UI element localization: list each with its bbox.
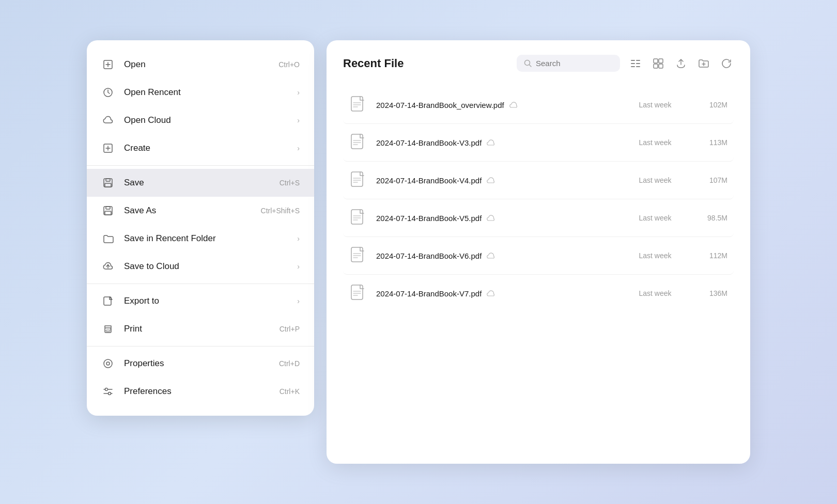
menu-item-export-to[interactable]: Export to› [87, 287, 314, 315]
file-name-group: 2024-07-14-BrandBook-V5.pdf [376, 214, 624, 223]
menu-label-export-to: Export to [124, 296, 293, 306]
menu-label-save-as: Save As [124, 206, 261, 216]
svg-rect-36 [659, 64, 663, 68]
menu-shortcut-open: Ctrl+O [278, 60, 300, 69]
svg-rect-34 [659, 59, 663, 63]
search-input[interactable] [536, 59, 608, 68]
menu-icon-save-recent-folder [101, 232, 115, 245]
menu-arrow-create: › [297, 144, 300, 152]
menu-icon-save [101, 176, 115, 190]
upload-icon[interactable] [674, 56, 688, 71]
menu-item-preferences[interactable]: PreferencesCtrl+K [87, 377, 314, 405]
menu-label-create: Create [124, 143, 293, 153]
file-name-group: 2024-07-14-BrandBook-V6.pdf [376, 251, 624, 260]
svg-rect-30 [636, 63, 640, 64]
svg-rect-35 [654, 64, 658, 68]
menu-label-save-recent-folder: Save in Rencent Folder [124, 233, 293, 244]
menu-item-open-cloud[interactable]: Open Cloud› [87, 106, 314, 134]
file-size: 136M [686, 289, 727, 297]
svg-rect-33 [654, 59, 658, 63]
table-row[interactable]: 2024-07-14-BrandBook-V5.pdfLast week98.5… [343, 199, 734, 237]
file-date: Last week [624, 214, 686, 222]
file-date: Last week [624, 138, 686, 147]
file-doc-icon [349, 209, 368, 227]
menu-label-open: Open [124, 59, 278, 70]
menu-item-save[interactable]: SaveCtrl+S [87, 169, 314, 197]
cloud-sync-icon [487, 290, 496, 297]
menu-shortcut-properties: Ctrl+D [279, 359, 300, 368]
menu-icon-open [101, 58, 115, 71]
table-row[interactable]: 2024-07-14-BrandBook_overview.pdfLast we… [343, 86, 734, 124]
menu-arrow-open-cloud: › [297, 116, 300, 124]
menu-label-properties: Properties [124, 358, 279, 369]
svg-point-20 [106, 362, 110, 365]
menu-item-open[interactable]: OpenCtrl+O [87, 51, 314, 78]
file-doc-icon [349, 284, 368, 303]
toolbar-icons [628, 56, 734, 71]
menu-shortcut-save-as: Ctrl+Shift+S [261, 207, 300, 215]
svg-rect-31 [631, 66, 635, 67]
app-container: OpenCtrl+OOpen Rencent›Open Cloud›Create… [66, 20, 771, 484]
file-size: 107M [686, 176, 727, 184]
table-row[interactable]: 2024-07-14-BrandBook-V3.pdfLast week113M [343, 124, 734, 162]
svg-rect-27 [631, 60, 635, 61]
table-row[interactable]: 2024-07-14-BrandBook-V4.pdfLast week107M [343, 162, 734, 199]
refresh-icon[interactable] [719, 56, 734, 71]
file-name-group: 2024-07-14-BrandBook-V4.pdf [376, 176, 624, 185]
menu-item-open-recent[interactable]: Open Rencent› [87, 78, 314, 106]
file-doc-icon [349, 246, 368, 265]
file-date: Last week [624, 251, 686, 260]
new-folder-icon[interactable] [696, 56, 711, 71]
menu-icon-print [101, 322, 115, 336]
menu-shortcut-print: Ctrl+P [280, 325, 300, 333]
cloud-sync-icon [509, 101, 519, 108]
svg-rect-43 [351, 134, 363, 149]
file-panel: Recent File [327, 40, 750, 464]
file-name: 2024-07-14-BrandBook-V4.pdf [376, 176, 482, 185]
svg-rect-8 [106, 179, 110, 181]
file-panel-header: Recent File [343, 55, 734, 72]
menu-item-create[interactable]: Create› [87, 134, 314, 162]
svg-rect-32 [636, 66, 640, 67]
menu-item-print[interactable]: PrintCtrl+P [87, 315, 314, 343]
menu-arrow-open-recent: › [297, 88, 300, 97]
cloud-sync-icon [487, 252, 496, 259]
file-name: 2024-07-14-BrandBook_overview.pdf [376, 101, 504, 109]
file-size: 113M [686, 138, 727, 147]
menu-item-save-cloud[interactable]: Save to Cloud› [87, 253, 314, 280]
svg-point-24 [109, 392, 111, 395]
cloud-sync-icon [487, 139, 496, 146]
file-list: 2024-07-14-BrandBook_overview.pdfLast we… [343, 86, 734, 312]
file-name: 2024-07-14-BrandBook-V3.pdf [376, 138, 482, 147]
file-name-group: 2024-07-14-BrandBook-V3.pdf [376, 138, 624, 147]
menu-label-print: Print [124, 324, 280, 334]
menu-icon-properties [101, 357, 115, 370]
table-row[interactable]: 2024-07-14-BrandBook-V7.pdfLast week136M [343, 275, 734, 312]
svg-point-19 [104, 359, 112, 368]
menu-icon-open-recent [101, 86, 115, 99]
cloud-sync-icon [487, 214, 496, 222]
list-view-icon[interactable] [628, 56, 643, 71]
menu-label-preferences: Preferences [124, 386, 280, 397]
menu-arrow-save-recent-folder: › [297, 234, 300, 243]
svg-rect-12 [105, 211, 111, 215]
svg-rect-55 [351, 247, 363, 262]
menu-shortcut-preferences: Ctrl+K [280, 387, 300, 396]
search-bar[interactable] [517, 55, 620, 72]
svg-rect-28 [636, 60, 640, 61]
svg-rect-11 [106, 207, 110, 209]
menu-item-save-recent-folder[interactable]: Save in Rencent Folder› [87, 225, 314, 253]
table-row[interactable]: 2024-07-14-BrandBook-V6.pdfLast week112M [343, 237, 734, 275]
menu-icon-save-cloud [101, 260, 115, 273]
file-date: Last week [624, 289, 686, 297]
menu-divider [87, 346, 314, 346]
menu-arrow-export-to: › [297, 297, 300, 305]
file-size: 102M [686, 101, 727, 109]
menu-item-save-as[interactable]: Save AsCtrl+Shift+S [87, 197, 314, 225]
file-name: 2024-07-14-BrandBook-V6.pdf [376, 251, 482, 260]
file-doc-icon [349, 133, 368, 152]
svg-line-26 [530, 65, 532, 67]
grid-view-icon[interactable] [651, 56, 665, 71]
recent-file-title: Recent File [343, 57, 517, 70]
menu-item-properties[interactable]: PropertiesCtrl+D [87, 350, 314, 377]
